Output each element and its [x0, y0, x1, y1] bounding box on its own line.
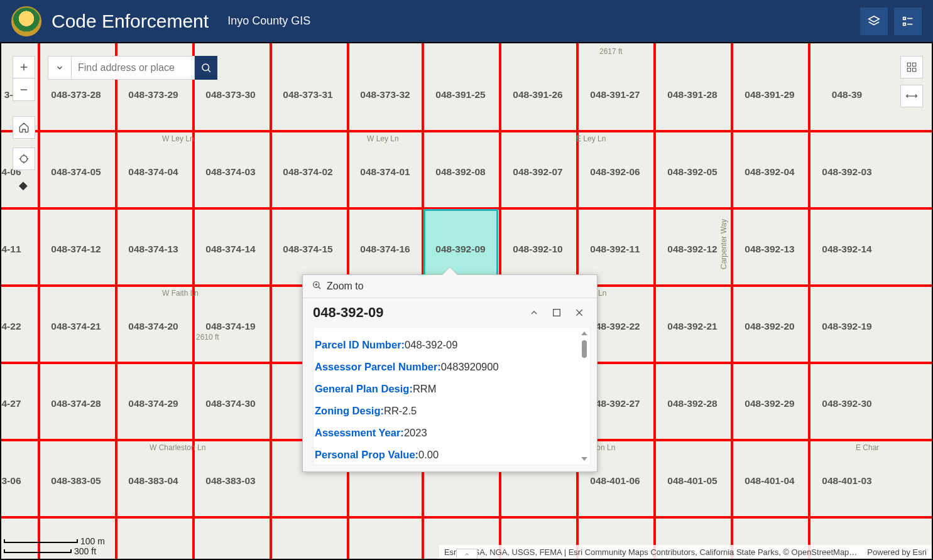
- parcel-label-partial: 4-11: [1, 244, 21, 255]
- street-label: 2617 ft: [599, 47, 623, 56]
- locate-button[interactable]: [13, 148, 35, 170]
- parcel-label: 048-391-26: [513, 89, 562, 100]
- popup-title: 048-392-09: [313, 304, 519, 321]
- parcel-label: 048-392-22: [590, 321, 640, 332]
- popup-field-value: 2023: [404, 427, 427, 438]
- parcel-label: 048-374-13: [128, 244, 178, 255]
- street-label: 2610 ft: [196, 333, 219, 342]
- parcel-label: 048-374-05: [51, 166, 101, 178]
- parcel-label: 048-373-32: [360, 89, 410, 100]
- basemap-gallery-button[interactable]: [900, 56, 923, 78]
- parcel-label: 048-373-30: [205, 89, 255, 100]
- parcel-label: 048-391-28: [667, 89, 717, 100]
- street-label: W Ley Ln: [367, 134, 399, 143]
- parcel-label: 048-392-10: [513, 244, 562, 255]
- street-label: ton Ln: [594, 443, 615, 452]
- zoom-out-button[interactable]: [13, 78, 35, 101]
- popup-body[interactable]: Parcel ID Number:048-392-09Assessor Parc…: [313, 327, 591, 465]
- parcel-label: 048-374-21: [51, 321, 101, 332]
- parcel-label: 048-401-06: [590, 475, 640, 487]
- app-header: Code Enforcement Inyo County GIS: [0, 0, 933, 42]
- search-widget: [48, 56, 217, 80]
- svg-rect-14: [907, 63, 910, 66]
- compass-icon[interactable]: ◆: [19, 178, 28, 192]
- parcel-label-partial: 4-22: [1, 321, 21, 332]
- parcel-label: 048-374-28: [51, 398, 101, 409]
- parcel-label: 048-401-03: [822, 475, 871, 487]
- parcel-label: 048-392-14: [822, 244, 871, 255]
- parcel-label: 048-374-04: [128, 166, 178, 178]
- parcel-label: 048-392-03: [822, 166, 871, 178]
- collapse-icon[interactable]: [527, 305, 542, 320]
- parcel-label: 048-374-30: [205, 398, 255, 409]
- measure-button[interactable]: [900, 85, 923, 107]
- popup-scrollbar[interactable]: [581, 331, 587, 461]
- app-title: Code Enforcement: [52, 11, 209, 32]
- street-label: E Ley Ln: [576, 134, 606, 143]
- parcel-label: 048-392-07: [513, 166, 562, 178]
- street-label: Ln: [598, 289, 606, 298]
- scale-bar: 100 m 300 ft: [4, 536, 105, 556]
- zoom-to-icon[interactable]: [312, 280, 322, 293]
- feature-popup: Zoom to 048-392-09 Parcel ID Number:048-…: [302, 274, 597, 472]
- search-input[interactable]: [72, 56, 195, 80]
- parcel-label: 048-374-19: [205, 321, 255, 332]
- street-label: W Charleston Ln: [150, 443, 205, 452]
- zoom-in-button[interactable]: [13, 56, 35, 78]
- parcel-label: 048-391-27: [590, 89, 640, 100]
- parcel-label: 048-374-12: [51, 244, 101, 255]
- popup-field-label: Zoning Desig:: [315, 405, 384, 416]
- app-subtitle: Inyo County GIS: [227, 14, 310, 28]
- parcel-label: 048-391-29: [745, 89, 794, 100]
- parcel-label: 048-392-08: [435, 166, 485, 178]
- parcel-label-partial: 3-06: [1, 475, 21, 487]
- popup-field-row: Personal Prop Value:0.00: [315, 444, 575, 465]
- search-source-dropdown[interactable]: [48, 56, 72, 80]
- home-button[interactable]: [13, 116, 35, 139]
- svg-rect-16: [907, 68, 910, 72]
- scale-metric: 100 m: [80, 536, 105, 546]
- parcel-label: 048-392-28: [667, 398, 717, 409]
- parcel-label: 048-391-25: [435, 89, 485, 100]
- svg-rect-15: [913, 63, 916, 66]
- parcel-label: 048-39: [832, 89, 862, 100]
- attribution-bar: Esri, NASA, NGA, USGS, FEMA | Esri Commu…: [439, 545, 932, 559]
- parcel-label: 048-373-31: [283, 89, 332, 100]
- parcel-label: 048-392-06: [590, 166, 640, 178]
- street-label: Carpenter Way: [719, 219, 728, 269]
- parcel-label: 048-392-09: [435, 244, 485, 255]
- popup-field-row: Assessment Year:2023: [315, 422, 575, 444]
- scale-imperial: 300 ft: [74, 546, 96, 556]
- attribution-powered[interactable]: Powered by Esri: [867, 547, 927, 557]
- layers-button[interactable]: [860, 8, 888, 35]
- parcel-label: 048-392-11: [590, 244, 640, 255]
- attribution-expand-button[interactable]: [456, 549, 477, 559]
- dock-icon[interactable]: [549, 305, 564, 320]
- map-view[interactable]: 048-373-28048-373-29048-373-30048-373-31…: [0, 42, 933, 560]
- parcel-label: 048-392-13: [745, 244, 794, 255]
- svg-line-22: [319, 287, 320, 289]
- parcel-label: 048-374-02: [283, 166, 332, 178]
- popup-field-row: Parcel ID Number:048-392-09: [315, 334, 575, 356]
- svg-point-7: [21, 156, 28, 163]
- parcel-label: 048-383-03: [205, 475, 255, 487]
- popup-field-value: 0.00: [418, 449, 439, 460]
- parcel-label: 048-392-30: [822, 398, 871, 409]
- popup-field-label: Personal Prop Value:: [315, 449, 418, 460]
- legend-button[interactable]: [894, 8, 922, 35]
- search-submit-button[interactable]: [195, 56, 217, 80]
- popup-field-label: Assessment Year:: [315, 427, 404, 438]
- parcel-label: 048-392-20: [745, 321, 794, 332]
- parcel-label: 048-383-05: [51, 475, 101, 487]
- parcel-label: 048-392-19: [822, 321, 871, 332]
- close-icon[interactable]: [572, 305, 587, 320]
- popup-field-value: RR-2.5: [384, 405, 417, 416]
- parcel-label: 048-374-16: [360, 244, 410, 255]
- svg-rect-0: [903, 17, 906, 19]
- parcel-label: 048-374-29: [128, 398, 178, 409]
- zoom-to-label[interactable]: Zoom to: [327, 281, 364, 292]
- parcel-label: 048-392-04: [745, 166, 794, 178]
- parcel-label: 048-374-15: [283, 244, 332, 255]
- popup-field-value: 0483920900: [441, 361, 499, 372]
- zoom-controls: [13, 56, 35, 101]
